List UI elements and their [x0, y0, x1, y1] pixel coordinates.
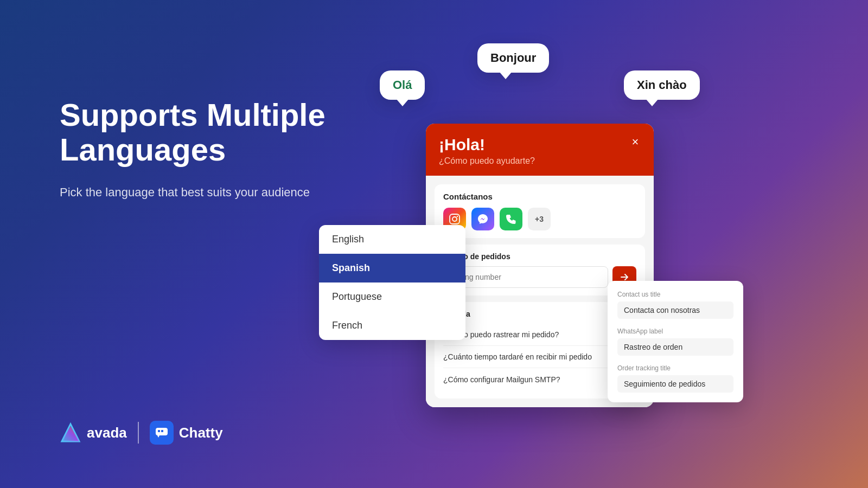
trans-value-tracking: Seguimiento de pedidos: [617, 375, 733, 393]
trans-value-whatsapp: Rastreo de orden: [617, 338, 733, 356]
chat-greeting: ¡Hola!: [439, 136, 641, 154]
bubble-bonjour: Bonjour: [477, 43, 549, 73]
trans-field-contact: Contact us title Contacta con nosotras: [617, 291, 733, 319]
svg-marker-1: [62, 426, 79, 441]
avada-icon: [60, 422, 81, 444]
bubble-xin: Xin chào: [624, 70, 700, 100]
tracking-input[interactable]: [443, 266, 608, 288]
svg-marker-5: [157, 435, 159, 438]
avada-logo: avada: [60, 422, 127, 444]
trans-field-tracking: Order tracking title Seguimiento de pedi…: [617, 364, 733, 393]
tracking-input-row: [443, 266, 636, 288]
trans-label-whatsapp: WhatsApp label: [617, 328, 733, 335]
lang-french-label: French: [332, 320, 362, 331]
trans-label-tracking: Order tracking title: [617, 364, 733, 372]
chat-subtitle: ¿Cómo puedo ayudarte?: [439, 156, 641, 166]
svg-rect-6: [450, 214, 459, 224]
lang-item-spanish[interactable]: Spanish: [319, 254, 465, 282]
language-dropdown: English Spanish Portuguese French: [319, 225, 465, 340]
phone-icon[interactable]: [500, 208, 522, 230]
svg-rect-3: [158, 430, 160, 432]
faq-question-3: ¿Cómo configurar Mailgun SMTP?: [443, 375, 560, 384]
faq-question-2: ¿Cuánto tiempo tardaré en recibir mi ped…: [443, 352, 592, 361]
hero-subtitle: Pick the language that best suits your a…: [60, 183, 331, 201]
avada-label: avada: [87, 425, 127, 441]
contact-title: Contáctanos: [443, 192, 636, 201]
svg-point-8: [457, 216, 458, 217]
contact-section: Contáctanos: [435, 184, 645, 238]
lang-item-english[interactable]: English: [319, 225, 465, 254]
trans-label-contact: Contact us title: [617, 291, 733, 298]
bottom-logo-area: avada Chatty: [60, 421, 223, 445]
logo-divider: [138, 422, 139, 444]
chatty-label: Chatty: [179, 425, 223, 441]
chatty-icon: [150, 421, 174, 445]
lang-english-label: English: [332, 234, 364, 245]
chatty-logo: Chatty: [150, 421, 223, 445]
svg-point-7: [452, 217, 457, 221]
lang-spanish-label: Spanish: [332, 262, 370, 273]
translation-panel: Contact us title Contacta con nosotras W…: [608, 281, 743, 402]
hero-title: Supports Multiple Languages: [60, 98, 331, 167]
svg-rect-4: [161, 430, 163, 432]
trans-field-whatsapp: WhatsApp label Rastreo de orden: [617, 328, 733, 356]
more-channels-icon[interactable]: +3: [528, 208, 551, 230]
chat-header: ¡Hola! ¿Cómo puedo ayudarte? ×: [426, 124, 654, 176]
bubble-bonjour-text: Bonjour: [490, 51, 536, 65]
tracking-title: miento de pedidos: [443, 252, 636, 261]
chat-close-button[interactable]: ×: [628, 134, 643, 150]
bubble-ola: Olá: [380, 70, 425, 100]
trans-value-contact: Contacta con nosotras: [617, 301, 733, 319]
messenger-icon[interactable]: [471, 208, 494, 230]
bubble-xin-text: Xin chào: [637, 78, 687, 92]
bubble-ola-text: Olá: [393, 78, 412, 92]
lang-item-portuguese[interactable]: Portuguese: [319, 282, 465, 311]
hero-section: Supports Multiple Languages Pick the lan…: [60, 98, 331, 201]
lang-item-french[interactable]: French: [319, 311, 465, 340]
contact-icons: +3: [443, 208, 636, 230]
lang-portuguese-label: Portuguese: [332, 291, 382, 302]
